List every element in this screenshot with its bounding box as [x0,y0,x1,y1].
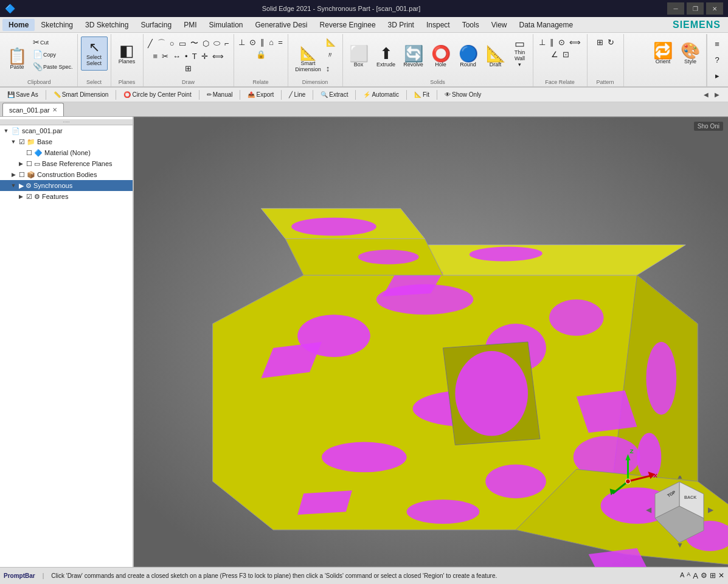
minimize-button[interactable]: ─ [667,2,684,15]
export-cmd[interactable]: 📤Export [244,90,277,99]
file-tab-scan[interactable]: scan_001.par ✕ [2,103,64,116]
baseplanes-expand-icon[interactable]: ▶ [17,161,24,167]
menu-view[interactable]: View [485,19,513,31]
menu-home[interactable]: Home [2,19,35,31]
menu-3dprint[interactable]: 3D Print [382,19,420,31]
features-check-icon[interactable]: ☑ [26,193,32,201]
lock-tool[interactable]: 🔒 [254,49,268,60]
coincident-tool[interactable]: ⊥ [237,36,247,48]
line-tool[interactable]: ╱ [146,36,155,50]
revolve-button[interactable]: 🔄 Revolve [400,36,427,77]
file-tab-close[interactable]: ✕ [52,106,57,113]
equal-tool[interactable]: = [276,36,285,48]
smart-dimension-button[interactable]: 📐 Smart Dimension [293,36,324,83]
baseplanes-check-icon[interactable]: ☐ [26,160,32,168]
tree-collapse-handle[interactable]: ····· [0,119,133,125]
status-icon-4[interactable]: ⚙ [701,571,707,580]
face-parallel[interactable]: ∥ [548,36,556,48]
select-button[interactable]: ↖ Select Select [81,36,108,71]
show-only-cmd[interactable]: 👁Show Only [441,90,485,99]
tangent-tool[interactable]: ⊙ [248,36,258,48]
dim4-tool[interactable]: ↕ [324,63,338,74]
menu-sketching[interactable]: Sketching [35,19,79,31]
view-cube[interactable]: BACK TOP ◀ ▶ ▲ ▼ [643,476,716,549]
pattern-draw-tool[interactable]: ⊞ [183,63,193,74]
viewport[interactable]: X Z BACK TOP ◀ ▶ ▲ ▼ [134,117,728,567]
menu-reverse[interactable]: Reverse Enginee [314,19,382,31]
ribbon-right-btn3[interactable]: ▸ [710,68,724,83]
tree-features[interactable]: ▶ ☑ ⚙ Features [0,191,133,202]
face-tangent[interactable]: ⊙ [556,36,567,48]
point-tool[interactable]: • [183,50,190,62]
tree-material[interactable]: ☐ 🔷 Material (None) [0,147,133,158]
cut-button[interactable]: ✂Cut [31,36,75,48]
pattern-btn1[interactable]: ⊞ [595,36,605,48]
status-icon-1[interactable]: A [680,571,684,580]
circle-center-cmd[interactable]: ⭕Circle by Center Point [120,90,195,99]
dim3-tool[interactable]: 〃 [324,49,338,62]
orient-button[interactable]: 🔁 Orient [650,36,676,71]
paste-special-button[interactable]: 📎Paste Spec. [31,61,75,72]
constbodies-check-icon[interactable]: ☐ [19,171,25,179]
menu-surfacing[interactable]: Surfacing [134,19,178,31]
status-icon-6[interactable]: ✕ [718,571,724,580]
circle-tool[interactable]: ○ [168,36,176,50]
root-expand-icon[interactable]: ▼ [2,128,10,134]
tree-base[interactable]: ▼ ☑ 📁 Base [0,136,133,147]
rect-tool[interactable]: ▭ [177,36,188,50]
ellipse-tool[interactable]: ⬭ [212,36,222,50]
menu-tools[interactable]: Tools [456,19,485,31]
menu-generative[interactable]: Generative Desi [249,19,314,31]
menu-inspect[interactable]: Inspect [420,19,456,31]
material-check-icon[interactable]: ☐ [26,149,32,157]
parallel-tool[interactable]: ∥ [258,36,266,48]
ribbon-right-btn1[interactable]: ≡ [710,36,724,51]
menu-3d-sketching[interactable]: 3D Sketching [79,19,134,31]
style-button[interactable]: 🎨 Style [677,36,704,71]
tree-root[interactable]: ▼ 📄 scan_001.par [0,125,133,136]
face-rigid[interactable]: ⊡ [561,49,571,60]
draft-button[interactable]: 📐 Draft [482,36,509,77]
menu-data-mgmt[interactable]: Data Manageme [513,19,579,31]
status-icon-5[interactable]: ⊞ [710,571,716,580]
restore-button[interactable]: ❐ [687,2,704,15]
status-icon-3[interactable]: A [693,571,698,580]
nav-right[interactable]: ▶ [712,90,722,100]
thin-wall-button[interactable]: ▭ Thin Wall ▾ [510,36,530,77]
hole-button[interactable]: ⭕ Hole [428,36,454,77]
smart-dim-cmd[interactable]: 📏Smart Dimension [50,90,113,99]
trim-tool[interactable]: ✂ [160,50,170,62]
fix-tool[interactable]: ⌂ [267,36,276,48]
menu-pmi[interactable]: PMI [178,19,203,31]
save-as-button[interactable]: 💾Save As [4,90,42,99]
sync-expand-icon[interactable]: ▼ [10,182,17,189]
face-angle[interactable]: ∠ [549,49,560,60]
paste-button[interactable]: 📋 Paste [4,36,30,81]
box-button[interactable]: ⬜ Box [345,36,372,77]
extract-cmd[interactable]: 🔍Extract [317,90,352,99]
status-icon-2[interactable]: A [687,571,690,580]
close-button[interactable]: ✕ [706,2,723,15]
pattern-btn2[interactable]: ↻ [606,36,616,48]
nav-left[interactable]: ◀ [701,90,711,100]
automatic-cmd[interactable]: ⚡Automatic [359,90,402,99]
offset-tool[interactable]: ≡ [151,50,159,62]
face-symmetric[interactable]: ⟺ [567,36,583,48]
fillet-tool[interactable]: ⌐ [223,36,231,50]
line-cmd[interactable]: ╱Line [285,90,309,99]
round-button[interactable]: 🔵 Round [455,36,482,77]
base-expand-icon[interactable]: ▼ [10,139,17,145]
tree-synchronous[interactable]: ▼ ▶ ⚙ Synchronous [0,180,133,191]
planes-button[interactable]: ◧ Planes [114,36,140,71]
arc-tool[interactable]: ⌒ [156,36,167,50]
base-check-icon[interactable]: ☑ [19,138,25,146]
dim2-tool[interactable]: 📐 [324,36,338,48]
constbodies-expand-icon[interactable]: ▶ [10,172,17,178]
polygon-tool[interactable]: ⬡ [201,36,211,50]
text-tool[interactable]: T [190,50,199,62]
features-expand-icon[interactable]: ▶ [17,193,24,200]
tree-constbodies[interactable]: ▶ ☐ 📦 Construction Bodies [0,169,133,180]
extend-tool[interactable]: ↔ [171,50,182,62]
move-tool[interactable]: ✛ [199,50,210,62]
mirror-tool[interactable]: ⟺ [210,50,226,62]
